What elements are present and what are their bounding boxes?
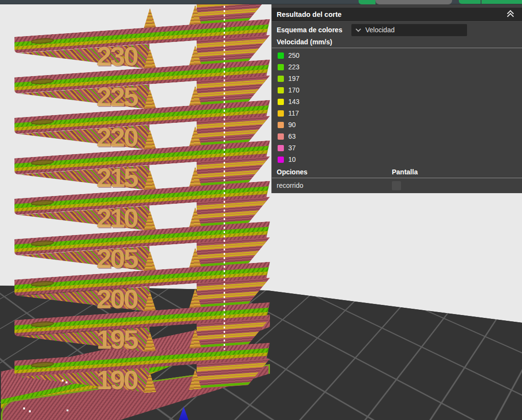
legend-item: 197 <box>278 73 522 84</box>
legend-item: 117 <box>278 107 522 119</box>
legend-color-swatch <box>278 52 284 59</box>
seam-line <box>224 6 225 350</box>
legend-value: 117 <box>288 109 299 117</box>
top-toolbar <box>0 0 522 4</box>
tower-slab-slot <box>31 361 54 368</box>
color-scheme-dropdown[interactable]: Velocidad <box>351 24 467 36</box>
legend-value: 10 <box>288 156 296 163</box>
slice-result-panel: Resultado del corte Esquema de colores V… <box>271 4 522 193</box>
legend-color-swatch <box>278 99 284 105</box>
tower-slab-slot <box>31 159 54 166</box>
legend-color-swatch <box>278 145 284 151</box>
tower-slab-slot <box>31 280 54 287</box>
tower-level-label: 220 <box>72 124 161 151</box>
travels-checkbox[interactable] <box>392 181 401 190</box>
toolbar-dropdown-fragment[interactable] <box>375 0 452 4</box>
options-header-row: Opciones Pantalla <box>272 166 522 178</box>
tower-level-label: 225 <box>72 83 161 110</box>
application-window: 230 225 220 215 <box>0 0 522 420</box>
option-row-travels: recorrido <box>272 178 522 193</box>
legend-value: 143 <box>288 98 299 105</box>
legend-color-swatch <box>278 122 284 128</box>
legend-value: 197 <box>288 75 299 82</box>
tower-cone <box>144 8 156 29</box>
tower-slab-slot <box>31 38 54 44</box>
collapse-panel-button[interactable] <box>506 9 516 20</box>
travel-specks <box>62 380 64 381</box>
legend-title: Velocidad (mm/s) <box>272 38 522 48</box>
legend-value: 170 <box>288 86 299 94</box>
legend-value: 250 <box>288 52 299 59</box>
options-header: Opciones <box>272 168 392 176</box>
legend-color-swatch <box>278 87 284 93</box>
tower-slab-slot <box>31 240 54 247</box>
legend-color-swatch <box>278 157 284 163</box>
panel-title: Resultado del corte <box>277 11 506 18</box>
chevron-down-icon <box>356 26 361 32</box>
legend-item: 10 <box>278 154 522 165</box>
legend-value: 63 <box>288 132 296 140</box>
legend-item: 143 <box>278 96 522 107</box>
tower-level-label: 230 <box>72 43 161 70</box>
panel-header: Resultado del corte <box>272 8 522 22</box>
tower-level-label: 190 <box>72 367 161 394</box>
tower-level-label: 215 <box>72 164 161 191</box>
toolbar-button-fragment-right[interactable] <box>482 0 522 4</box>
color-scheme-row: Esquema de colores Velocidad <box>272 22 522 38</box>
tower-level-label: 210 <box>72 205 161 232</box>
tower-level-label: 205 <box>72 245 161 272</box>
legend-color-swatch <box>278 76 284 82</box>
display-header: Pantalla <box>392 168 418 176</box>
tower-slab-slot <box>31 78 54 85</box>
color-scheme-value: Velocidad <box>365 26 395 34</box>
legend-value: 90 <box>288 121 296 129</box>
legend-item: 37 <box>278 142 522 154</box>
legend-item: 250 <box>278 50 522 61</box>
tower-slab-slot <box>31 118 54 125</box>
tower-slab-slot <box>31 199 54 206</box>
legend-item: 63 <box>278 131 522 142</box>
legend-item: 170 <box>278 84 522 96</box>
legend-value: 37 <box>288 144 296 152</box>
travels-option-label: recorrido <box>272 182 392 189</box>
legend-item: 223 <box>278 61 522 73</box>
toolbar-button-fragment-left[interactable] <box>359 0 375 4</box>
toolbar-button-fragment-mid[interactable] <box>459 0 481 4</box>
color-scheme-label: Esquema de colores <box>277 26 351 34</box>
legend-item: 90 <box>278 119 522 131</box>
tower-slab-slot <box>31 321 54 328</box>
legend-color-swatch <box>278 110 284 117</box>
legend-value: 223 <box>288 63 299 71</box>
legend-color-swatch <box>278 64 284 70</box>
tower-level-label: 195 <box>72 326 161 353</box>
tower-level-label: 200 <box>72 286 161 313</box>
legend-color-swatch <box>278 133 284 140</box>
speed-legend: 250 223 197 170 143 117 90 63 37 10 <box>272 48 522 165</box>
